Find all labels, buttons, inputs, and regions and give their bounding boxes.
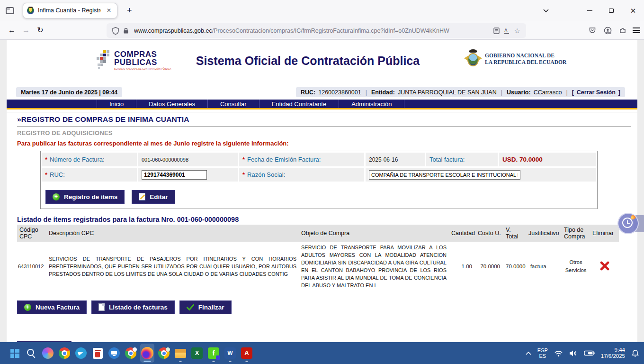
screen: Infima Cuantía - Registro ✕ + ✕ ← → ↻ — [0, 0, 644, 364]
items-table: Código CPC Descripción CPC Objeto de Com… — [17, 225, 619, 291]
translate-icon[interactable]: A — [501, 26, 512, 36]
ecuador-crest-icon — [465, 49, 481, 68]
site-favicon-icon — [27, 7, 34, 14]
logout-link[interactable]: Cerrar Sesión — [577, 89, 616, 96]
search-icon[interactable] — [24, 344, 38, 363]
ruc-field-label: RUC: — [50, 171, 65, 178]
reader-mode-icon[interactable] — [491, 26, 501, 36]
floating-assistant-widget[interactable] — [617, 212, 644, 235]
col-eliminar: Eliminar — [590, 225, 619, 242]
total-factura-label: Total factura: — [429, 156, 465, 163]
nueva-factura-button[interactable]: + Nueva Factura — [17, 300, 87, 314]
ruc-field-cell — [138, 168, 238, 182]
site-header: COMPRAS PUBLICAS SERVICIO NACIONAL DE CO… — [7, 40, 637, 85]
total-factura-value: USD. 70.0000 — [502, 156, 543, 163]
registro-items-button[interactable]: + Registro de ítems — [45, 190, 125, 204]
razon-social-cell — [366, 168, 596, 182]
svg-text:A: A — [504, 28, 508, 33]
window-maximize-button[interactable] — [600, 1, 622, 20]
main-nav: InicioDatos GeneralesConsultarEntidad Co… — [7, 100, 637, 109]
forward-icon[interactable]: → — [19, 23, 33, 37]
listado-facturas-button[interactable]: Listado de facturas — [91, 300, 175, 314]
gov-text-line1: GOBIERNO NACIONAL DE — [485, 52, 566, 59]
notification-bell-icon[interactable]: z — [631, 349, 639, 357]
sheets-app-icon[interactable] — [206, 344, 221, 363]
document-icon — [98, 303, 105, 311]
web-page: COMPRAS PUBLICAS SERVICIO NACIONAL DE CO… — [7, 40, 637, 342]
firefox-view-icon[interactable] — [6, 7, 14, 14]
wifi-icon[interactable] — [554, 350, 563, 357]
razon-social-input[interactable] — [369, 170, 520, 180]
hidden-icons-chevron-icon[interactable] — [526, 352, 531, 355]
clock-date: 17/6/2025 — [601, 353, 625, 359]
fecha-emision-label: Fecha de Emisión Factura: — [247, 156, 321, 163]
reload-icon[interactable]: ↻ — [33, 23, 47, 37]
list-all-tabs-icon[interactable] — [540, 4, 552, 17]
plus-icon: + — [53, 193, 60, 200]
numero-factura-value-cell: 001-060-000000098 — [138, 153, 238, 166]
browser-toolbar: ← → ↻ www.compraspublicas.gob.ec/Proceso… — [0, 21, 644, 40]
url-bar[interactable]: www.compraspublicas.gob.ec/ProcesoContra… — [107, 23, 526, 38]
back-icon[interactable]: ← — [5, 23, 19, 37]
word-icon[interactable] — [223, 344, 237, 363]
file-explorer-icon[interactable] — [173, 344, 188, 363]
editar-button[interactable]: Editar — [132, 190, 175, 204]
excel-icon[interactable] — [190, 344, 204, 363]
col-descripcion-cpc: Descripción CPC — [46, 225, 299, 242]
item-costo: 70.0000 — [475, 242, 503, 291]
col-justificativo: Justificativo — [526, 225, 562, 242]
chrome-profile-2-icon[interactable] — [157, 344, 171, 363]
window-close-button[interactable]: ✕ — [622, 1, 644, 20]
nav-item-consultar[interactable]: Consultar — [208, 100, 259, 108]
content: »REGISTRO DE COMPRAS DE INFIMA CUANTIA R… — [7, 112, 637, 342]
firefox-icon[interactable] — [140, 344, 154, 363]
account-icon[interactable] — [602, 25, 613, 36]
language-indicator[interactable]: ESP ES — [537, 347, 548, 359]
tab-close-icon[interactable]: ✕ — [105, 6, 113, 15]
remote-desktop-icon[interactable] — [107, 344, 121, 363]
lock-icon[interactable] — [121, 26, 131, 36]
tracking-shield-icon[interactable] — [110, 26, 121, 36]
clock[interactable]: 9:44 17/6/2025 — [601, 347, 625, 359]
col-cantidad: Cantidad — [449, 225, 475, 242]
acrobat-icon[interactable] — [240, 344, 254, 363]
item-row: 643110012 SERVICIOS DE TRANSPORTE DE PAS… — [17, 242, 619, 291]
telegram-icon[interactable] — [74, 344, 88, 363]
ruc-input[interactable] — [142, 170, 207, 180]
col-costo-u: Costo U. — [475, 225, 503, 242]
item-descripcion: SERVICIOS DE TRANSPORTE DE PASAJEROS POR… — [46, 242, 299, 291]
extensions-icon[interactable] — [617, 25, 628, 36]
fecha-emision-value-cell: 2025-06-16 — [366, 153, 425, 166]
nav-item-datos-generales[interactable]: Datos Generales — [136, 100, 208, 108]
window-minimize-button[interactable] — [579, 1, 600, 20]
total-factura-label-cell: Total factura: — [426, 153, 498, 166]
nav-item-entidad-contratante[interactable]: Entidad Contratante — [259, 100, 340, 108]
new-tab-button[interactable]: + — [124, 6, 135, 16]
entidad-label: Entidad: — [371, 89, 395, 96]
nav-item-inicio[interactable]: Inicio — [97, 100, 136, 108]
delete-item-icon[interactable] — [599, 261, 610, 272]
edit-icon — [139, 193, 145, 200]
gov-text-line2: LA REPUBLICA DEL ECUADOR — [485, 59, 566, 65]
taskbar-icons — [8, 344, 254, 363]
datetime-box: Martes 17 de Junio de 2025 | 09:44 — [16, 87, 122, 97]
recycle-bin-icon[interactable] — [90, 344, 105, 363]
item-justificativo: factura — [526, 242, 562, 291]
chrome-profile-icon[interactable] — [124, 344, 138, 363]
browser-tab[interactable]: Infima Cuantía - Registro ✕ — [23, 3, 117, 18]
volume-icon[interactable] — [569, 350, 578, 357]
pocket-icon[interactable] — [587, 25, 598, 36]
chrome-icon[interactable] — [57, 344, 72, 363]
nav-item-administracion[interactable]: Administración — [339, 100, 404, 108]
copilot-icon[interactable] — [41, 344, 55, 363]
session-status-row: Martes 17 de Junio de 2025 | 09:44 RUC: … — [7, 85, 637, 100]
finalizar-button[interactable]: Finalizar — [179, 300, 232, 314]
item-cantidad: 1.00 — [449, 242, 475, 291]
check-icon — [187, 304, 194, 310]
start-icon[interactable] — [8, 344, 22, 363]
bookmark-star-icon[interactable]: ☆ — [512, 26, 522, 36]
fecha-emision-value: 2025-06-16 — [369, 156, 398, 163]
col-v-total: V. Total — [503, 225, 526, 242]
battery-icon[interactable] — [584, 350, 595, 356]
menu-icon[interactable] — [633, 27, 640, 33]
